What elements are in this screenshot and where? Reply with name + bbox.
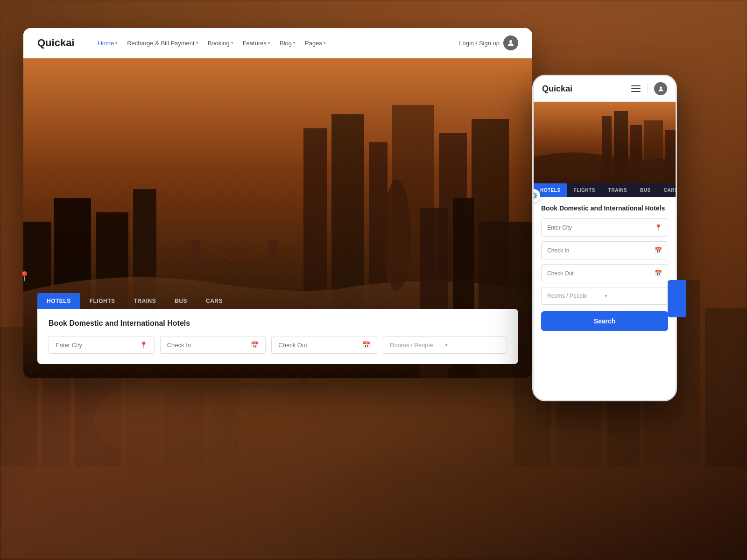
desktop-booking-wrapper: HOTELS FLIGHTS TRAINS BUS CARS Book Dome… — [23, 284, 532, 378]
nav-divider — [647, 84, 648, 94]
mobile-nav-right — [631, 82, 667, 95]
mobile-search-button[interactable]: Search — [541, 311, 668, 331]
svg-point-34 — [383, 180, 411, 292]
calendar-icon: 📅 — [655, 270, 662, 277]
nav-link-blog[interactable]: Blog ▾ — [280, 40, 296, 47]
desktop-booking-title: Book Domestic and International Hotels — [49, 319, 507, 328]
mobile-tab-bus[interactable]: BUS — [634, 183, 657, 197]
desktop-avatar[interactable] — [503, 35, 518, 50]
mobile-logo: Quickai — [542, 84, 572, 94]
mobile-booking-title: Book Domestic and International Hotels — [541, 204, 668, 212]
hamburger-line — [631, 88, 641, 89]
chevron-down-icon: ▾ — [115, 41, 118, 45]
nav-link-pages[interactable]: Pages ▾ — [305, 40, 326, 47]
svg-rect-29 — [187, 259, 280, 265]
mobile-city-svg — [534, 102, 676, 183]
desktop-booking-tabs: HOTELS FLIGHTS TRAINS BUS CARS — [37, 293, 518, 309]
desktop-booking-panel: Book Domestic and International Hotels 📍… — [37, 309, 518, 364]
mobile-tab-cars[interactable]: CARS — [657, 183, 676, 197]
chevron-down-icon: ▾ — [231, 41, 233, 45]
mobile-hero — [534, 102, 676, 183]
mobile-avatar[interactable] — [654, 82, 667, 95]
tab-cars[interactable]: CARS — [197, 293, 232, 309]
mobile-mockup: Quickai — [532, 75, 677, 401]
desktop-booking-form: 📍 📅 📅 Rooms / People ▾ — [49, 336, 507, 354]
mobile-city-input[interactable] — [547, 224, 655, 231]
nav-link-features[interactable]: Features ▾ — [243, 40, 270, 47]
desktop-rooms-select[interactable]: Rooms / People ▾ — [383, 336, 507, 354]
hamburger-line — [631, 85, 641, 86]
desktop-city-input[interactable] — [56, 342, 136, 349]
mobile-tab-flights[interactable]: FLIGHTS — [567, 183, 602, 197]
chevron-down-icon: ▾ — [293, 41, 296, 45]
mobile-booking-relative: ⚙️ HOTELS FLIGHTS TRAINS BUS CARS Book D… — [534, 183, 676, 338]
location-pin-left: 📍 — [19, 271, 30, 282]
hamburger-line — [631, 91, 641, 92]
mobile-rooms-label: Rooms / People — [547, 293, 605, 299]
desktop-navbar: Quickai Home ▾ Recharge & Bill Payment ▾… — [23, 28, 532, 58]
chevron-down-icon: ▾ — [268, 41, 270, 45]
blue-cta-button[interactable] — [668, 280, 686, 317]
chevron-down-icon: ▾ — [445, 342, 500, 348]
location-icon: 📍 — [140, 341, 148, 349]
desktop-mockup: Quickai Home ▾ Recharge & Bill Payment ▾… — [23, 28, 532, 378]
tab-bus[interactable]: BUS — [165, 293, 197, 309]
desktop-logo: Quickai — [37, 37, 74, 49]
nav-login[interactable]: Login / Sign up — [459, 35, 518, 50]
hamburger-menu[interactable] — [631, 85, 641, 92]
svg-rect-16 — [705, 308, 747, 467]
mobile-checkout-field[interactable]: 📅 — [541, 264, 668, 282]
svg-point-38 — [660, 86, 662, 89]
mobile-checkout-input[interactable] — [547, 270, 655, 277]
nav-link-home[interactable]: Home ▾ — [98, 40, 118, 47]
desktop-nav-links: Home ▾ Recharge & Bill Payment ▾ Booking… — [98, 40, 421, 47]
calendar-icon: 📅 — [655, 247, 662, 254]
desktop-checkin-field[interactable]: 📅 — [160, 336, 266, 354]
mobile-navbar: Quickai — [534, 76, 676, 102]
tab-flights[interactable]: FLIGHTS — [80, 293, 125, 309]
desktop-city-field[interactable]: 📍 — [49, 336, 155, 354]
calendar-icon: 📅 — [251, 341, 259, 349]
mobile-rooms-select[interactable]: Rooms / People ▾ — [541, 287, 668, 305]
mobile-booking-tabs: HOTELS FLIGHTS TRAINS BUS CARS — [534, 183, 676, 197]
nav-link-booking[interactable]: Booking ▾ — [208, 40, 233, 47]
mobile-city-field[interactable]: 📍 — [541, 218, 668, 237]
chevron-down-icon: ▾ — [605, 293, 662, 299]
calendar-icon: 📅 — [362, 341, 370, 349]
svg-rect-30 — [191, 240, 200, 266]
mobile-tab-trains[interactable]: TRAINS — [602, 183, 634, 197]
chevron-down-icon: ▾ — [196, 41, 198, 45]
mobile-input-group: 📍 📅 📅 Rooms / People ▾ Search — [541, 218, 668, 331]
chevron-down-icon: ▾ — [324, 41, 326, 45]
tab-trains[interactable]: TRAINS — [125, 293, 166, 309]
location-icon: 📍 — [655, 224, 662, 231]
desktop-hero: HOTELS FLIGHTS TRAINS BUS CARS Book Dome… — [23, 58, 532, 378]
desktop-checkout-input[interactable] — [278, 342, 359, 349]
nav-link-recharge[interactable]: Recharge & Bill Payment ▾ — [127, 40, 198, 47]
tab-hotels[interactable]: HOTELS — [37, 293, 80, 309]
mobile-booking-content: Book Domestic and International Hotels 📍… — [534, 197, 676, 338]
desktop-checkout-field[interactable]: 📅 — [271, 336, 377, 354]
svg-point-17 — [509, 40, 512, 43]
desktop-checkin-input[interactable] — [167, 342, 247, 349]
mobile-checkin-input[interactable] — [547, 247, 655, 254]
nav-divider — [440, 36, 440, 50]
mobile-checkin-field[interactable]: 📅 — [541, 241, 668, 259]
desktop-rooms-label: Rooms / People — [390, 342, 445, 349]
